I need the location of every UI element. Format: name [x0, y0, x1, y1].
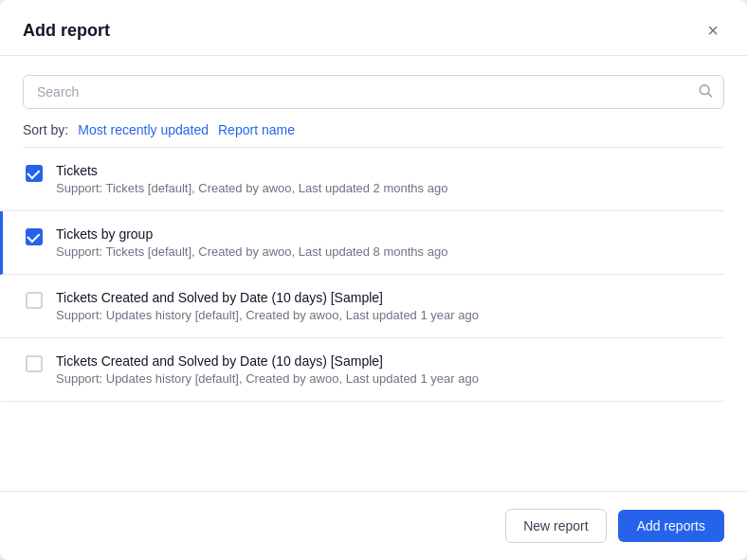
report-name: Tickets	[56, 163, 447, 178]
report-name: Tickets Created and Solved by Date (10 d…	[56, 290, 479, 305]
checkbox-wrap[interactable]	[26, 292, 43, 309]
search-wrapper	[23, 75, 724, 109]
report-item: Tickets Created and Solved by Date (10 d…	[0, 338, 724, 402]
report-item: Tickets by groupSupport: Tickets [defaul…	[0, 211, 724, 275]
add-report-modal: Add report × Sort by: Most recently upda…	[0, 0, 747, 560]
sort-report-name[interactable]: Report name	[218, 122, 295, 137]
sort-label: Sort by:	[23, 122, 68, 137]
sort-most-recently-updated[interactable]: Most recently updated	[78, 122, 209, 137]
checkbox[interactable]	[26, 228, 43, 245]
new-report-button[interactable]: New report	[505, 509, 606, 543]
checkbox-wrap[interactable]	[26, 228, 43, 245]
checkbox[interactable]	[26, 292, 43, 309]
checkbox[interactable]	[26, 165, 43, 182]
report-meta: Support: Tickets [default], Created by a…	[56, 181, 447, 195]
report-meta: Support: Updates history [default], Crea…	[56, 371, 479, 386]
checkbox-wrap[interactable]	[26, 165, 43, 182]
checkbox-wrap[interactable]	[26, 355, 43, 372]
report-info: Tickets Created and Solved by Date (10 d…	[56, 290, 479, 322]
modal-footer: New report Add reports	[0, 491, 747, 560]
report-info: TicketsSupport: Tickets [default], Creat…	[56, 163, 447, 195]
report-info: Tickets by groupSupport: Tickets [defaul…	[56, 226, 447, 259]
add-reports-button[interactable]: Add reports	[618, 510, 724, 542]
report-meta: Support: Updates history [default], Crea…	[56, 308, 479, 322]
report-info: Tickets Created and Solved by Date (10 d…	[56, 353, 479, 386]
search-input[interactable]	[23, 75, 724, 109]
report-meta: Support: Tickets [default], Created by a…	[56, 244, 447, 259]
report-item: Tickets Created and Solved by Date (10 d…	[0, 275, 724, 338]
report-item: TicketsSupport: Tickets [default], Creat…	[0, 148, 724, 211]
report-name: Tickets Created and Solved by Date (10 d…	[56, 353, 479, 369]
modal-title: Add report	[23, 21, 110, 41]
report-name: Tickets by group	[56, 226, 447, 242]
modal-body: Sort by: Most recently updated Report na…	[0, 56, 747, 491]
modal-header: Add report ×	[0, 0, 747, 56]
close-button[interactable]: ×	[701, 19, 724, 42]
checkbox[interactable]	[26, 355, 43, 372]
report-list: TicketsSupport: Tickets [default], Creat…	[23, 147, 724, 402]
sort-bar: Sort by: Most recently updated Report na…	[23, 122, 724, 137]
